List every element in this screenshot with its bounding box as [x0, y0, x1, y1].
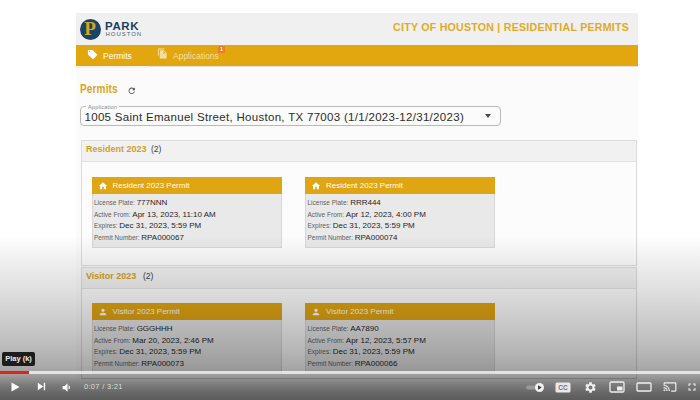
svg-text:CC: CC	[558, 384, 568, 391]
